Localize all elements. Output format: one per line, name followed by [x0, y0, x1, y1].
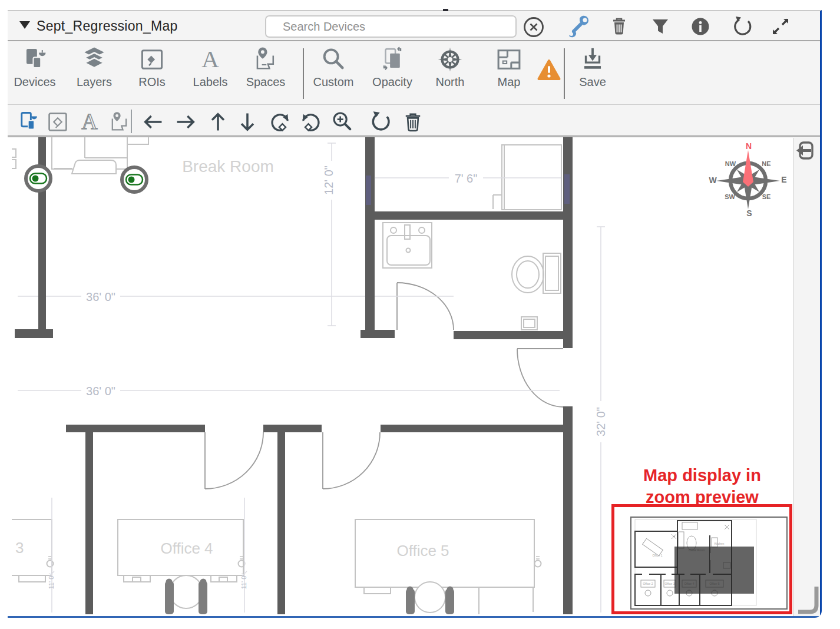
wall-bath-left-cap: [361, 330, 395, 338]
space-map-tool[interactable]: [108, 110, 131, 134]
info-icon: [689, 15, 712, 38]
ribbon-label: Save: [579, 75, 606, 89]
ribbon-item-opacity[interactable]: Opacity: [365, 46, 419, 101]
device-toggle-2[interactable]: [122, 167, 147, 192]
mini-plant-2: [725, 525, 729, 529]
clear-search-button[interactable]: [522, 15, 545, 38]
ribbon-item-custom[interactable]: Custom: [306, 46, 361, 101]
walls: [15, 137, 573, 614]
wall-office-div-2: [277, 432, 285, 614]
filter-button[interactable]: [649, 15, 672, 38]
roi-shape-tool[interactable]: [46, 110, 70, 134]
rotate-ccw-tool[interactable]: [299, 110, 323, 134]
wall-highlight-1: [366, 176, 371, 205]
office4-pedestal-left: [124, 575, 150, 582]
ribbon-item-map[interactable]: Map: [482, 46, 536, 101]
device-toggle-1[interactable]: [26, 166, 51, 191]
sink-drain: [406, 249, 411, 253]
compass-label-se: SE: [762, 193, 771, 200]
rotate-cw-tool[interactable]: [268, 110, 292, 134]
fridge-outline: [502, 145, 561, 210]
dimension-labels: 12' 0" 7' 6" 36' 0" 36' 0" 32' 0" 11' 0"…: [48, 161, 607, 589]
compass-label-n: N: [746, 141, 752, 151]
wall-right-upper: [563, 137, 573, 348]
move-up-tool[interactable]: [206, 110, 230, 134]
move-down-tool[interactable]: [236, 110, 259, 134]
mini-plant-1: [672, 534, 676, 539]
map-title[interactable]: Sept_Regression_Map: [37, 18, 178, 34]
toilet-tank-inner: [545, 256, 558, 290]
knob-ticks: [48, 557, 540, 559]
top-edge-artifact: [443, 9, 448, 11]
zoom-in-tool[interactable]: [330, 110, 354, 134]
office4-pedestal-inner2: [219, 577, 227, 582]
reset-rotation-tool[interactable]: [369, 110, 393, 134]
office4-chair-seat: [170, 575, 203, 608]
counter-divider: [85, 137, 127, 158]
dim-36ft-a: 36' 0": [86, 290, 115, 303]
compass-rose: N W E S NW NE SW SE: [709, 141, 786, 218]
search-input[interactable]: [265, 15, 517, 38]
select-device-tool[interactable]: [17, 110, 41, 134]
office5-pedestal: [364, 587, 391, 594]
toilet-bowl-inner: [517, 261, 539, 288]
mini-room-office1: [635, 531, 677, 567]
ribbon-item-spaces[interactable]: Spaces: [239, 46, 293, 101]
dim-11ft-a: 11' 0": [48, 574, 55, 590]
info-button[interactable]: [689, 15, 712, 38]
select-device-icon: [17, 110, 41, 134]
wrench-icon: [567, 15, 590, 38]
sink-faucet-center: [405, 225, 410, 239]
wall-bath-left: [365, 137, 375, 331]
counter-end: [127, 137, 148, 144]
mini-label-office1: Office 1: [652, 554, 662, 557]
delete-tool[interactable]: [401, 110, 425, 134]
ribbon-item-save[interactable]: Save: [565, 46, 620, 101]
collapse-panel-button[interactable]: [795, 140, 815, 161]
layers-icon: [81, 46, 108, 73]
mini-label-office3: Office 3: [664, 582, 674, 585]
move-left-tool[interactable]: [141, 110, 165, 134]
right-panel-strip: [793, 138, 820, 616]
wall-right-lower: [563, 406, 573, 614]
scroll-corner[interactable]: [795, 583, 821, 616]
rotate-ccw-icon: [299, 110, 323, 134]
title-dropdown-caret[interactable]: [19, 21, 30, 29]
ribbon-label: Spaces: [246, 75, 286, 89]
ribbon-item-devices[interactable]: Devices: [8, 46, 62, 101]
room-label-breakroom: Break Room: [182, 157, 274, 176]
text-label-tool[interactable]: A: [78, 110, 101, 134]
ribbon-item-layers[interactable]: Layers: [67, 46, 121, 101]
dim-32ft: 32' 0": [594, 407, 607, 436]
ribbon-item-labels[interactable]: A Labels: [183, 46, 237, 101]
ribbon-label: North: [436, 75, 465, 89]
minimap-viewport-overlay[interactable]: [674, 547, 754, 594]
left-cabinet-2: [12, 160, 16, 168]
room-label-office3: 3: [15, 539, 24, 557]
ribbon-item-rois[interactable]: ROIs: [125, 46, 179, 101]
chair-arms: [165, 579, 454, 615]
fullscreen-button[interactable]: [769, 15, 792, 38]
labels-icon: A: [197, 46, 224, 73]
counter-hood: [72, 160, 116, 174]
office5-door-arc: [323, 432, 380, 489]
move-right-tool[interactable]: [174, 110, 197, 134]
arrow-left-icon: [141, 110, 165, 134]
space-map-icon: [108, 110, 131, 134]
left-cabinet-1: [12, 149, 16, 157]
setup-button[interactable]: [567, 15, 590, 38]
reset-icon: [731, 15, 755, 38]
room-label-office4: Office 4: [160, 539, 213, 557]
spaces-icon: [252, 46, 279, 73]
dim-11ft-b: 11' 0": [240, 574, 247, 590]
ribbon-warning[interactable]: [537, 58, 561, 85]
hall-door-arc: [517, 349, 563, 407]
wall-office-div-1: [85, 432, 93, 614]
compass-label-nw: NW: [725, 160, 736, 167]
reset-view-button[interactable]: [731, 15, 755, 38]
rotate-cw-icon: [268, 110, 292, 134]
delete-map-button[interactable]: [607, 15, 631, 38]
wall-highlight-2: [564, 174, 570, 204]
reset-rotation-icon: [369, 110, 393, 134]
ribbon-item-north[interactable]: North: [423, 46, 477, 101]
